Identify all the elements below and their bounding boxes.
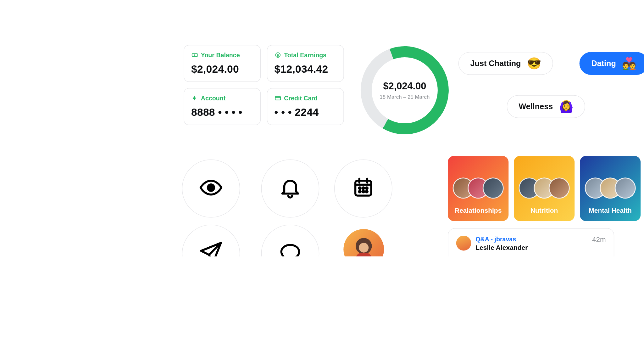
avatar-row (522, 177, 567, 199)
eye-icon (199, 176, 223, 201)
category-tiles: Realationships Nutrition Mental Health (448, 156, 641, 221)
donut-range: 18 March – 25 March (380, 94, 430, 100)
earnings-value: $12,034.42 (274, 63, 336, 75)
balance-label: Your Balance (201, 52, 240, 59)
card-value: • • • 2244 (274, 106, 336, 118)
svg-rect-13 (355, 253, 372, 256)
post-age: 42m (592, 236, 606, 244)
svg-point-6 (359, 187, 360, 189)
chip-just-chatting[interactable]: Just Chatting 😎 (458, 52, 553, 75)
card-card[interactable]: Credit Card • • • 2244 (267, 88, 344, 125)
credit-card-icon (274, 95, 281, 102)
svg-point-11 (366, 191, 367, 192)
couple-emoji-icon: 💑 (622, 58, 636, 69)
svg-point-1 (194, 55, 195, 55)
send-button[interactable] (182, 225, 240, 256)
category-label: Mental Health (589, 207, 632, 214)
sunglasses-emoji-icon: 😎 (527, 58, 541, 69)
chip-wellness[interactable]: Wellness 🙆‍♀️ (507, 95, 585, 118)
avatar-row (588, 177, 633, 199)
calendar-button[interactable] (334, 160, 392, 218)
calendar-icon (351, 176, 375, 201)
category-label: Nutrition (530, 207, 558, 214)
post-channel[interactable]: Q&A - jbravas (475, 236, 588, 243)
post-card[interactable]: Q&A - jbravas Leslie Alexander 42m How c… (448, 228, 614, 256)
lightning-icon (191, 95, 198, 102)
chip-label: Just Chatting (470, 59, 521, 68)
chat-voice-icon (278, 241, 302, 256)
svg-point-4 (208, 184, 214, 191)
category-relationships[interactable]: Realationships (448, 156, 508, 221)
notifications-button[interactable] (261, 160, 319, 218)
chip-dating[interactable]: Dating 💑 (579, 52, 644, 75)
dollar-circle-icon (274, 52, 281, 59)
view-button[interactable] (182, 160, 240, 218)
avatar (343, 229, 384, 256)
account-value: 8888 • • • • (191, 106, 253, 118)
wallet-icon (191, 52, 198, 59)
svg-rect-3 (275, 97, 280, 100)
person-ok-emoji-icon: 🙆‍♀️ (559, 101, 573, 112)
category-label: Realationships (454, 207, 501, 214)
balance-donut: $2,024.00 18 March – 25 March (360, 46, 448, 134)
svg-point-9 (359, 191, 360, 192)
svg-point-10 (362, 191, 364, 192)
balance-value: $2,024.00 (191, 63, 253, 75)
chip-label: Wellness (519, 102, 553, 111)
balance-card[interactable]: Your Balance $2,024.00 (184, 45, 261, 82)
category-mental-health[interactable]: Mental Health (580, 156, 641, 221)
bell-icon (278, 176, 302, 201)
chip-label: Dating (591, 59, 616, 68)
account-label: Account (201, 95, 225, 102)
earnings-card[interactable]: Total Earnings $12,034.42 (267, 45, 344, 82)
donut-amount: $2,024.00 (383, 81, 426, 92)
user-tile[interactable]: Kathryn Diet (339, 229, 388, 256)
stat-cards: Your Balance $2,024.00 Total Earnings $1… (184, 45, 344, 125)
card-label: Credit Card (284, 95, 318, 102)
svg-point-7 (362, 187, 364, 189)
earnings-label: Total Earnings (284, 52, 326, 59)
avatar-row (456, 177, 501, 199)
post-avatar (456, 236, 471, 251)
svg-point-8 (366, 187, 367, 189)
category-nutrition[interactable]: Nutrition (514, 156, 575, 221)
voice-chat-button[interactable] (261, 225, 319, 256)
paper-plane-icon (199, 241, 223, 256)
post-author: Leslie Alexander (475, 244, 588, 251)
account-card[interactable]: Account 8888 • • • • (184, 88, 261, 125)
